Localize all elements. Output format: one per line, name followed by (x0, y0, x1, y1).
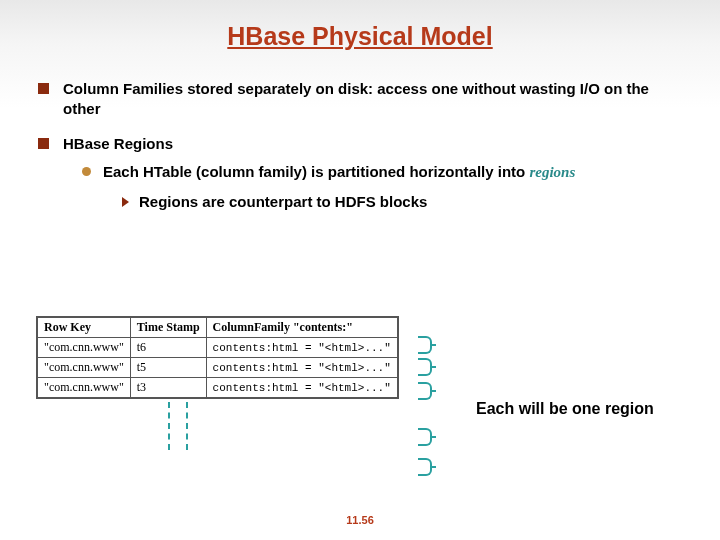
cell-columnfamily: contents:html = "<html>..." (206, 378, 398, 399)
table-row: "com.cnn.www" t6 contents:html = "<html>… (37, 338, 398, 358)
slide-title: HBase Physical Model (0, 0, 720, 51)
dashed-line-icon (168, 402, 170, 450)
bullet-1-text: Column Families stored separately on dis… (63, 79, 682, 120)
dot-bullet-icon (82, 167, 91, 176)
cell-timestamp: t3 (130, 378, 206, 399)
table-row: "com.cnn.www" t5 contents:html = "<html>… (37, 358, 398, 378)
square-bullet-icon (38, 83, 49, 94)
cell-timestamp: t5 (130, 358, 206, 378)
brace-icon (418, 358, 432, 376)
data-table-wrap: Row Key Time Stamp ColumnFamily "content… (36, 316, 399, 399)
bullet-2-text: HBase Regions (63, 134, 173, 154)
brace-icon (418, 336, 432, 354)
region-annotation: Each will be one region (476, 400, 654, 418)
sub-bullet-1-text: Each HTable (column family) is partition… (103, 162, 575, 182)
square-bullet-icon (38, 138, 49, 149)
header-columnfamily: ColumnFamily "contents:" (206, 317, 398, 338)
cell-columnfamily: contents:html = "<html>..." (206, 338, 398, 358)
dashed-line-icon (186, 402, 188, 450)
slide-number: 11.56 (346, 514, 374, 526)
sub-bullet-1: Each HTable (column family) is partition… (82, 162, 682, 182)
cell-rowkey: "com.cnn.www" (37, 358, 130, 378)
brace-icon (418, 382, 432, 400)
cell-rowkey: "com.cnn.www" (37, 378, 130, 399)
bullet-1: Column Families stored separately on dis… (38, 79, 682, 120)
regions-table: Row Key Time Stamp ColumnFamily "content… (36, 316, 399, 399)
cell-columnfamily: contents:html = "<html>..." (206, 358, 398, 378)
table-row: "com.cnn.www" t3 contents:html = "<html>… (37, 378, 398, 399)
brace-icon (418, 458, 432, 476)
subsub-list: Regions are counterpart to HDFS blocks (122, 192, 682, 212)
regions-keyword: regions (529, 164, 575, 180)
bullet-2: HBase Regions (38, 134, 682, 154)
header-rowkey: Row Key (37, 317, 130, 338)
subsub-bullet-1: Regions are counterpart to HDFS blocks (122, 192, 682, 212)
cell-rowkey: "com.cnn.www" (37, 338, 130, 358)
sub-bullet-pre: Each HTable (column family) is partition… (103, 163, 529, 180)
header-timestamp: Time Stamp (130, 317, 206, 338)
triangle-bullet-icon (122, 197, 129, 207)
brace-icon (418, 428, 432, 446)
sub-bullet-list: Each HTable (column family) is partition… (82, 162, 682, 213)
subsub-bullet-1-text: Regions are counterpart to HDFS blocks (139, 192, 427, 212)
slide-content: Column Families stored separately on dis… (0, 51, 720, 212)
table-header-row: Row Key Time Stamp ColumnFamily "content… (37, 317, 398, 338)
cell-timestamp: t6 (130, 338, 206, 358)
